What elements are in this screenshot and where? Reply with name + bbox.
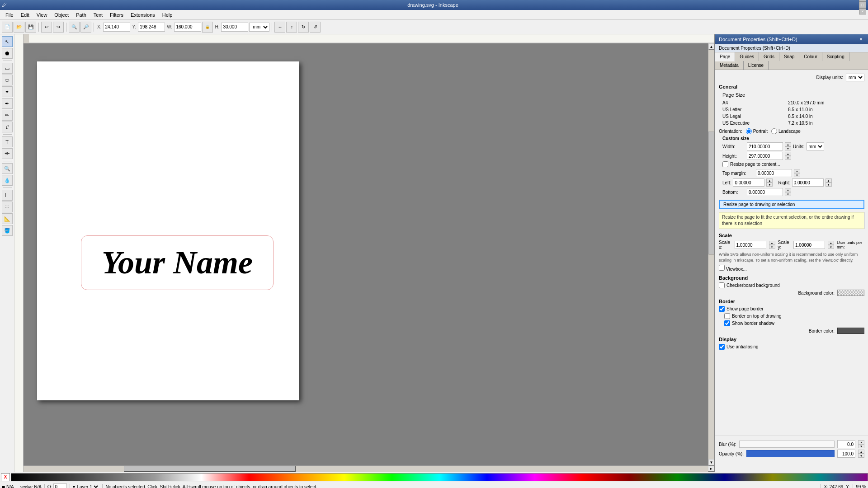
tab-metadata[interactable]: Metadata xyxy=(715,61,744,70)
path-tool[interactable]: ✒ xyxy=(2,98,13,109)
scale-y-input[interactable] xyxy=(793,241,825,249)
tab-license[interactable]: License xyxy=(744,61,769,70)
right-spin-down[interactable]: ▼ xyxy=(826,183,832,187)
y-input[interactable] xyxy=(138,23,165,32)
border-on-top-checkbox[interactable] xyxy=(724,313,730,319)
new-button[interactable]: 📄 xyxy=(2,22,13,33)
units-select[interactable]: mm px in xyxy=(249,23,269,32)
menu-object[interactable]: Object xyxy=(51,10,72,19)
text-tool[interactable]: T xyxy=(2,136,13,147)
blur-input[interactable] xyxy=(837,440,855,448)
undo-button[interactable]: ↩ xyxy=(41,22,52,33)
canvas-area[interactable]: Your Name xyxy=(14,43,708,465)
text-element-container[interactable]: Your Name xyxy=(81,235,274,290)
star-tool[interactable]: ✦ xyxy=(2,86,13,97)
display-units-select[interactable]: mm px in xyxy=(846,74,864,81)
tab-scripting[interactable]: Scripting xyxy=(822,52,849,61)
select-tool[interactable]: ↖ xyxy=(2,36,13,47)
connector-tool[interactable]: ⊢ xyxy=(2,190,13,201)
menu-edit[interactable]: Edit xyxy=(17,10,33,19)
flip-v-button[interactable]: ↕ xyxy=(286,22,297,33)
ellipse-tool[interactable]: ⬭ xyxy=(2,75,13,85)
landscape-option[interactable]: Landscape xyxy=(771,128,801,134)
calligraphy-tool[interactable]: 𝓒 xyxy=(2,122,13,132)
menu-file[interactable]: File xyxy=(2,10,17,19)
tab-colour[interactable]: Colour xyxy=(799,52,822,61)
panel-close-button[interactable]: × xyxy=(858,36,864,42)
width-spin-up[interactable]: ▲ xyxy=(785,142,791,146)
menu-view[interactable]: View xyxy=(33,10,51,19)
resize-to-drawing-button[interactable]: Resize page to drawing or selection xyxy=(719,200,864,209)
viewbox-checkbox[interactable] xyxy=(719,265,725,271)
lock-aspect-button[interactable]: 🔒 xyxy=(202,22,213,33)
opacity-input[interactable] xyxy=(837,450,855,458)
tab-grids[interactable]: Grids xyxy=(759,52,779,61)
show-border-checkbox[interactable] xyxy=(719,306,725,312)
vertical-scrollbar[interactable]: ▲ ▼ xyxy=(708,43,714,465)
height-spin-up[interactable]: ▲ xyxy=(785,152,791,156)
opacity-spin-down[interactable]: ▼ xyxy=(858,454,864,458)
page-size-us-letter[interactable]: US Letter 8.5 x 11.0 in xyxy=(719,106,864,113)
menu-filters[interactable]: Filters xyxy=(106,10,127,19)
menu-extensions[interactable]: Extensions xyxy=(127,10,159,19)
rect-tool[interactable]: ▭ xyxy=(2,63,13,74)
h-input[interactable] xyxy=(221,23,248,32)
width-spin-down[interactable]: ▼ xyxy=(785,146,791,150)
menu-help[interactable]: Help xyxy=(159,10,176,19)
blur-spin-up[interactable]: ▲ xyxy=(858,440,864,444)
layer-select[interactable]: Layer 1 xyxy=(75,484,99,488)
tab-snap[interactable]: Snap xyxy=(779,52,799,61)
save-button[interactable]: 💾 xyxy=(25,22,36,33)
menu-text[interactable]: Text xyxy=(90,10,106,19)
top-margin-input[interactable] xyxy=(756,169,792,177)
portrait-option[interactable]: Portrait xyxy=(746,128,768,134)
bottom-spin-up[interactable]: ▲ xyxy=(785,188,791,192)
bottom-spin-down[interactable]: ▼ xyxy=(785,192,791,196)
height-spin-down[interactable]: ▼ xyxy=(785,156,791,160)
height-input[interactable] xyxy=(747,152,783,160)
border-color-swatch[interactable] xyxy=(837,328,864,334)
antialiasing-checkbox[interactable] xyxy=(719,344,725,350)
x-input[interactable] xyxy=(103,23,130,32)
right-margin-input[interactable] xyxy=(792,178,824,187)
scale-y-spin-up[interactable]: ▲ xyxy=(828,241,834,245)
no-color-swatch[interactable]: X xyxy=(1,473,10,481)
scale-x-spin-up[interactable]: ▲ xyxy=(769,241,775,245)
open-button[interactable]: 📂 xyxy=(14,22,24,33)
flip-h-button[interactable]: ↔ xyxy=(274,22,285,33)
measure-tool[interactable]: 📐 xyxy=(2,213,13,224)
blur-spin-down[interactable]: ▼ xyxy=(858,444,864,448)
zoom-in-button[interactable]: 🔍 xyxy=(69,22,80,33)
gradient-tool[interactable]: ⬲ xyxy=(2,148,13,159)
redo-button[interactable]: ↪ xyxy=(53,22,64,33)
menu-path[interactable]: Path xyxy=(72,10,90,19)
width-input[interactable] xyxy=(747,142,783,150)
paint-bucket-tool[interactable]: 🪣 xyxy=(2,225,13,236)
checkerboard-checkbox[interactable] xyxy=(719,282,725,288)
opacity-status-input[interactable] xyxy=(53,483,67,488)
rotate-cw-button[interactable]: ↻ xyxy=(298,22,309,33)
page-size-a4[interactable]: A4 210.0 x 297.0 mm xyxy=(719,99,864,106)
pencil-tool[interactable]: ✏ xyxy=(2,110,13,121)
scale-x-input[interactable] xyxy=(735,241,766,249)
show-shadow-checkbox[interactable] xyxy=(724,320,730,326)
page-size-us-executive[interactable]: US Executive 7.2 x 10.5 in xyxy=(719,120,864,127)
tab-page[interactable]: Page xyxy=(715,52,735,61)
dropper-tool[interactable]: 💧 xyxy=(2,175,13,186)
maximize-button[interactable]: □ xyxy=(859,2,866,8)
color-gradient-bar[interactable] xyxy=(11,473,868,481)
horizontal-scrollbar[interactable]: ◄ ► xyxy=(14,465,714,472)
rotate-ccw-button[interactable]: ↺ xyxy=(310,22,321,33)
left-spin-up[interactable]: ▲ xyxy=(766,178,773,183)
w-input[interactable] xyxy=(174,23,201,32)
bg-color-swatch[interactable] xyxy=(837,290,864,296)
node-tool[interactable]: ⬟ xyxy=(2,48,13,59)
opacity-spin-up[interactable]: ▲ xyxy=(858,450,864,454)
close-button[interactable]: × xyxy=(859,8,866,14)
layer-selector[interactable]: ▾ Layer 1 xyxy=(73,484,99,488)
top-margin-spin-up[interactable]: ▲ xyxy=(794,169,800,173)
bottom-margin-input[interactable] xyxy=(747,188,783,196)
top-margin-spin-down[interactable]: ▼ xyxy=(794,173,800,177)
left-margin-input[interactable] xyxy=(733,178,764,187)
resize-to-content-checkbox[interactable] xyxy=(722,161,728,167)
